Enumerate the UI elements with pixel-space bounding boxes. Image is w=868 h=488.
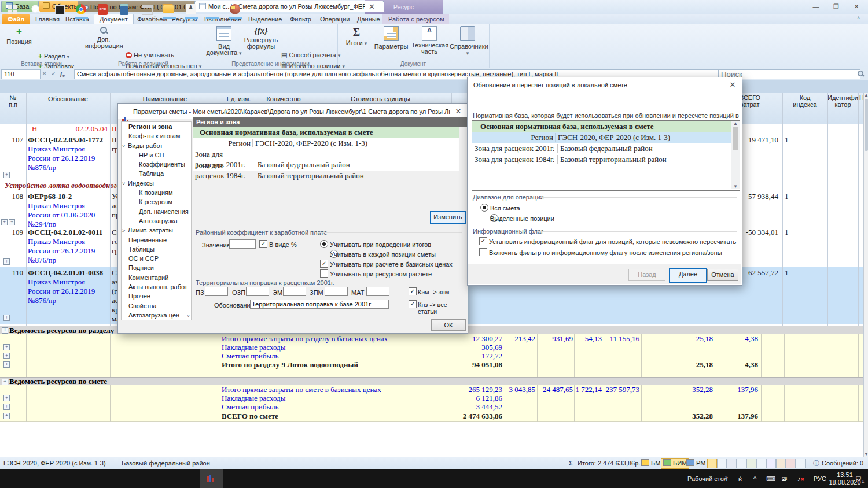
listbox-scroll-up-icon[interactable]: ▲ xyxy=(731,121,740,126)
nav-nr-i-sp[interactable]: НР и СП xyxy=(122,150,191,160)
rm-toggle[interactable]: РМ xyxy=(686,457,705,469)
tray-expand-icon[interactable]: ^ xyxy=(753,469,756,488)
col-header-index-code[interactable]: Код индекса xyxy=(782,94,827,108)
spravochniki-button[interactable]: Справочники ▾ xyxy=(450,26,486,60)
tab-vydelenie[interactable]: Выделение xyxy=(243,14,287,24)
tab-filtr[interactable]: Фильтр xyxy=(285,14,317,24)
explorer-button[interactable] xyxy=(162,2,176,16)
zpm-input[interactable] xyxy=(325,287,348,296)
nav-tablica[interactable]: Таблица xyxy=(122,169,191,178)
taskbar-search-button[interactable] xyxy=(29,2,43,16)
base-prices-checkbox[interactable]: ✓ xyxy=(320,260,328,268)
nav-scroll-down-icon[interactable]: ˅ xyxy=(187,313,190,319)
expand-row-icon[interactable] xyxy=(3,404,10,410)
nav-vidy-rabot[interactable]: ˅Виды работ xyxy=(122,141,191,150)
nav-koefficienty[interactable]: Коэффициенты xyxy=(122,160,191,169)
status-toolbar-icon[interactable] xyxy=(796,459,806,468)
status-toolbar-icon[interactable] xyxy=(776,459,786,468)
expand-row-icon[interactable] xyxy=(3,395,10,401)
expand-row-icon[interactable] xyxy=(3,172,10,178)
nav-tablicy[interactable]: Таблицы xyxy=(122,245,191,254)
status-toolbar-icon[interactable] xyxy=(737,459,746,468)
col-header-quantity[interactable]: Количество xyxy=(258,95,310,102)
status-toolbar-icon[interactable] xyxy=(727,459,737,468)
nav-os-i-ssr[interactable]: ОС и ССР xyxy=(122,254,191,263)
language-indicator[interactable]: РУС xyxy=(814,469,826,488)
change-button[interactable]: Изменить xyxy=(430,211,466,224)
scroll-down-icon[interactable]: ▼ xyxy=(864,452,868,457)
confirm-entry-icon[interactable]: ✓ xyxy=(51,70,56,77)
expand-row-icon[interactable] xyxy=(3,413,10,419)
listbox-zone2001-row[interactable]: Зона для расценок 2001г.Базовый федераль… xyxy=(472,143,731,154)
bim-toggle[interactable]: БИМ xyxy=(661,458,689,469)
col-header-justification[interactable]: Обоснование xyxy=(26,95,110,102)
nav-region-i-zona[interactable]: Регион и зона xyxy=(122,122,191,131)
mat-input[interactable] xyxy=(366,287,389,296)
pdf-app-button[interactable]: PDF xyxy=(96,2,110,16)
restore-button[interactable]: ❐ xyxy=(827,1,845,12)
grand-smeta-taskbar-active[interactable] xyxy=(200,469,223,488)
nav-koef-k-itogam[interactable]: Коэф-ты к итогам xyxy=(122,131,191,141)
nav-avtozagruzka[interactable]: Автозагрузка xyxy=(122,216,191,225)
tab-rabota-s-resursom[interactable]: Работа с ресурсом xyxy=(383,14,449,24)
ozp-input[interactable] xyxy=(246,287,269,296)
justification-input[interactable] xyxy=(250,300,389,309)
calculator-button[interactable] xyxy=(118,2,132,16)
col-header-num[interactable]: № п.п xyxy=(0,94,26,108)
expand-row-icon[interactable] xyxy=(3,344,10,350)
nav-dop-nachisleniya[interactable]: Доп. начисления xyxy=(122,207,191,216)
pz-input[interactable] xyxy=(205,287,228,296)
status-toolbar-icon[interactable] xyxy=(766,459,776,468)
totals-row-profit-smeta[interactable]: Сметная прибыль 3 444,52 xyxy=(0,402,863,411)
itogi-button[interactable]: Σ Итоги ▾ xyxy=(342,26,371,60)
em-input[interactable] xyxy=(283,287,306,296)
volume-muted-icon[interactable]: ♪✖ xyxy=(797,469,804,488)
collapse-ribbon-icon[interactable]: ˄ xyxy=(857,15,860,21)
totals-row-direct-section[interactable]: Итого прямые затраты по разделу в базисн… xyxy=(0,334,863,343)
listbox-region-row[interactable]: РегионГЭСН-2020, ФЕР-2020 (с Изм. 1-3) xyxy=(472,132,731,143)
close-estimate-tab-icon[interactable]: ✕ xyxy=(369,2,375,11)
back-button[interactable]: Назад xyxy=(628,269,665,281)
scroll-up-icon[interactable]: ▲ xyxy=(864,93,868,98)
status-toolbar-icon[interactable] xyxy=(756,459,766,468)
desktop-toolbar[interactable]: Рабочий стол xyxy=(687,469,727,488)
status-sigma-icon[interactable]: Σ xyxy=(569,457,573,469)
set-flag-checkbox[interactable]: ✓ xyxy=(479,237,487,245)
action-alert-icon[interactable]: 🖳 xyxy=(781,469,788,488)
next-button[interactable]: Далее xyxy=(669,268,707,283)
minimize-button[interactable]: — xyxy=(807,1,825,12)
listbox-scroll-thumb[interactable] xyxy=(733,127,738,150)
expand-row-icon[interactable] xyxy=(1,219,8,225)
listbox-zone1984-row[interactable]: Зона для расценок 1984г.Базовый территор… xyxy=(472,154,731,165)
value-input[interactable] xyxy=(229,239,256,249)
base-table-header-row[interactable]: Основная нормативная база, используемая … xyxy=(193,127,459,138)
nav-avtozagruzka-cen[interactable]: Автозагрузка цен xyxy=(122,310,191,320)
razvernut-formuly-button[interactable]: {fx} Развернуть формулы xyxy=(243,26,279,60)
status-toolbar-icon[interactable] xyxy=(717,459,727,468)
resource-calc-checkbox[interactable] xyxy=(320,269,328,278)
expand-row-icon[interactable] xyxy=(9,219,15,225)
expand-row-icon[interactable] xyxy=(3,315,10,321)
col-header-unit-cost[interactable]: Стоимость единицы xyxy=(310,95,451,102)
nav-k-resursam[interactable]: К ресурсам xyxy=(122,197,191,206)
position-button[interactable]: + Позиция xyxy=(1,26,37,60)
kem-checkbox[interactable]: ✓ xyxy=(409,287,417,295)
bm-toggle[interactable]: БМ xyxy=(641,457,660,469)
status-toolbar-icon[interactable] xyxy=(707,459,717,468)
listbox-scroll-down-icon[interactable]: ▼ xyxy=(731,184,740,189)
search-go-icon[interactable] xyxy=(856,69,865,79)
cancel-button[interactable]: Отмена xyxy=(707,269,738,281)
nav-akty[interactable]: Акты выполн. работ xyxy=(122,282,191,291)
expand-band-icon[interactable] xyxy=(2,379,8,385)
totals-row-vsego[interactable]: ВСЕГО по смете 2 474 633,86 352,28 137,9… xyxy=(0,411,863,422)
radio-totals[interactable] xyxy=(320,240,328,248)
update-dialog-titlebar[interactable]: Обновление и пересчет позиций в локально… xyxy=(468,77,742,93)
tab-estimate[interactable]: Мои с...\1 Смета дорога по ул Розы Люксе… xyxy=(194,1,384,12)
totals-row-profit-section[interactable]: Сметная прибыль 172,72 xyxy=(0,352,863,361)
ok-button[interactable]: ОК xyxy=(431,319,466,331)
totals-row-overhead-section[interactable]: Накладные расходы 305,69 xyxy=(0,343,863,352)
start-button[interactable] xyxy=(6,2,20,16)
nav-podpisi[interactable]: Подписи xyxy=(122,263,191,272)
expand-row-icon[interactable] xyxy=(3,353,10,359)
messages-info-icon[interactable]: ⓘ xyxy=(813,457,819,469)
